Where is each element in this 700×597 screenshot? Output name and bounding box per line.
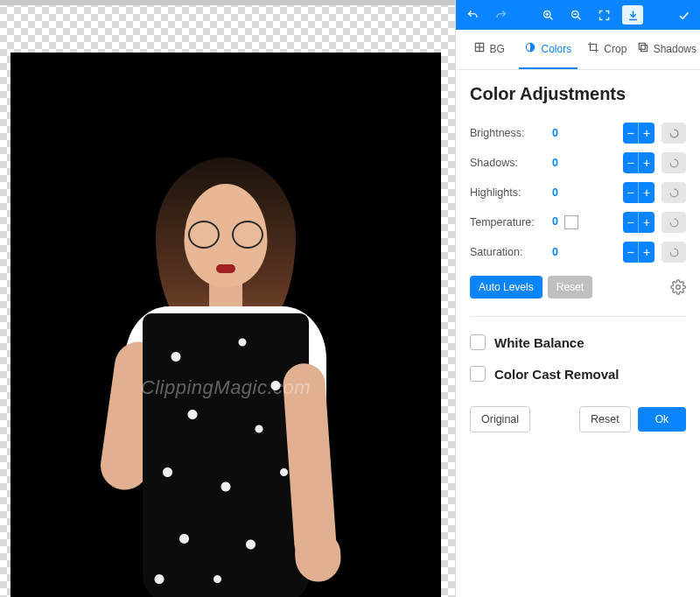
row-saturation: Saturation: 0 − + (470, 237, 686, 267)
saturation-value: 0 (552, 246, 616, 258)
tab-shadows[interactable]: Shadows (637, 30, 696, 69)
saturation-minus[interactable]: − (623, 242, 639, 263)
shadows-reset[interactable] (662, 152, 686, 173)
temperature-minus[interactable]: − (623, 212, 639, 233)
color-cast-checkbox[interactable] (470, 366, 486, 382)
divider (470, 316, 686, 317)
tab-colors[interactable]: Colors (519, 30, 578, 69)
zoom-in-button[interactable] (538, 5, 557, 25)
image-preview[interactable]: ClippingMagic.com (10, 53, 441, 597)
reset-small-button[interactable]: Reset (548, 276, 592, 298)
saturation-plus[interactable]: + (639, 242, 654, 263)
footer-row: Original Reset Ok (470, 406, 686, 432)
tab-bg[interactable]: BG (459, 30, 519, 69)
side-panel: BG Colors Crop Shadows Color Adjustments… (455, 0, 700, 597)
shadows-value: 0 (552, 157, 616, 169)
brightness-value: 0 (552, 127, 616, 139)
highlights-stepper: − + (623, 182, 654, 203)
settings-gear-icon[interactable] (670, 279, 686, 295)
svg-point-14 (676, 285, 681, 290)
tab-crop-label: Crop (604, 43, 626, 55)
tabs: BG Colors Crop Shadows (456, 30, 700, 70)
fit-screen-button[interactable] (594, 5, 613, 25)
row-temperature: Temperature: 0 − + (470, 207, 686, 237)
color-cast-row: Color Cast Removal (470, 366, 686, 382)
saturation-stepper: − + (623, 242, 654, 263)
temperature-stepper: − + (623, 212, 654, 233)
highlights-plus[interactable]: + (639, 182, 654, 203)
ok-button[interactable]: Ok (638, 407, 686, 432)
panel-title: Color Adjustments (470, 84, 686, 104)
svg-rect-12 (639, 43, 645, 49)
bg-icon (473, 41, 486, 56)
temperature-value: 0 (552, 215, 616, 229)
temperature-label: Temperature: (470, 216, 545, 228)
white-balance-row: White Balance (470, 334, 686, 350)
panel-body: Color Adjustments Brightness: 0 − + Shad… (456, 70, 700, 597)
tab-colors-label: Colors (541, 43, 571, 55)
row-brightness: Brightness: 0 − + (470, 118, 686, 148)
crop-icon (587, 41, 599, 56)
original-button[interactable]: Original (470, 406, 530, 432)
white-balance-checkbox[interactable] (470, 334, 486, 350)
brightness-reset[interactable] (662, 123, 686, 144)
svg-rect-13 (640, 46, 647, 52)
undo-button[interactable] (463, 5, 482, 25)
white-balance-label: White Balance (494, 335, 584, 350)
temperature-reset[interactable] (662, 212, 686, 233)
canvas-area[interactable]: ClippingMagic.com (0, 0, 455, 597)
confirm-button[interactable] (674, 5, 693, 25)
highlights-value: 0 (552, 186, 616, 199)
shadows-plus[interactable]: + (639, 152, 654, 173)
subject-figure (103, 158, 348, 595)
brightness-minus[interactable]: − (623, 123, 639, 144)
brightness-plus[interactable]: + (639, 123, 654, 144)
highlights-label: Highlights: (470, 186, 545, 199)
brightness-stepper: − + (623, 123, 654, 144)
highlights-reset[interactable] (662, 182, 686, 203)
auto-row: Auto Levels Reset (470, 276, 686, 298)
temperature-value-num: 0 (552, 215, 558, 228)
shadows-stepper: − + (623, 152, 654, 173)
brightness-label: Brightness: (470, 127, 545, 139)
svg-line-3 (550, 17, 552, 19)
redo-button[interactable] (491, 5, 510, 25)
reset-button[interactable]: Reset (579, 406, 631, 432)
tab-shadows-label: Shadows (654, 43, 696, 55)
highlights-minus[interactable]: − (623, 182, 639, 203)
shadows-icon (637, 41, 649, 56)
zoom-out-button[interactable] (566, 5, 585, 25)
row-highlights: Highlights: 0 − + (470, 178, 686, 207)
shadows-minus[interactable]: − (623, 152, 639, 173)
download-button[interactable] (622, 5, 643, 25)
color-cast-label: Color Cast Removal (494, 367, 620, 382)
saturation-label: Saturation: (470, 246, 545, 258)
auto-levels-button[interactable]: Auto Levels (470, 276, 542, 298)
saturation-reset[interactable] (662, 242, 686, 263)
svg-line-6 (578, 17, 580, 19)
tab-bg-label: BG (490, 43, 505, 55)
shadows-label: Shadows: (470, 157, 545, 169)
row-shadows: Shadows: 0 − + (470, 148, 686, 178)
colors-icon (524, 41, 536, 56)
temperature-plus[interactable]: + (639, 212, 654, 233)
top-toolbar (456, 0, 700, 30)
tab-crop[interactable]: Crop (578, 30, 637, 69)
temperature-swatch[interactable] (564, 215, 578, 229)
